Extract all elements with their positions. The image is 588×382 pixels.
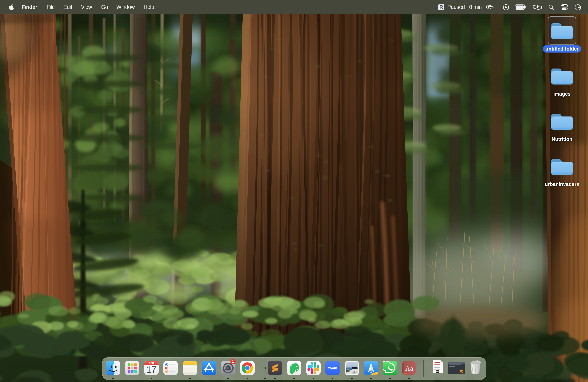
- svg-text:FEB: FEB: [149, 362, 154, 365]
- svg-text:Aa: Aa: [405, 365, 413, 372]
- svg-text:17: 17: [147, 365, 156, 374]
- svg-text:zoom: zoom: [328, 366, 337, 370]
- svg-text:PDF: PDF: [436, 371, 439, 372]
